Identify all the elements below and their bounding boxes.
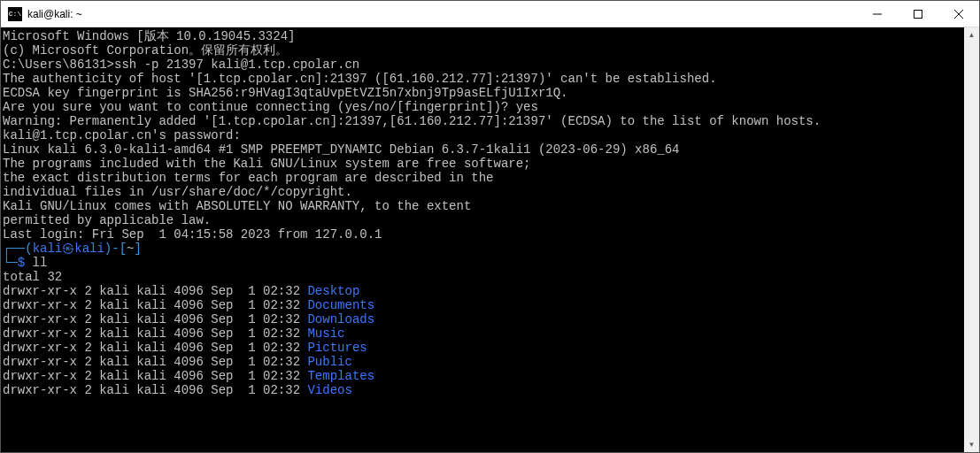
ls-row: drwxr-xr-x 2 kali kali 4096 Sep 1 02:32 …: [3, 383, 964, 397]
ls-total: total 32: [3, 270, 964, 284]
output-line: permitted by applicable law.: [3, 213, 964, 227]
window-controls: [857, 1, 979, 27]
vertical-scrollbar[interactable]: ▲ ▼: [964, 27, 979, 452]
maximize-button[interactable]: [898, 1, 938, 27]
output-line: the exact distribution terms for each pr…: [3, 171, 964, 185]
ls-row: drwxr-xr-x 2 kali kali 4096 Sep 1 02:32 …: [3, 312, 964, 326]
ls-row: drwxr-xr-x 2 kali kali 4096 Sep 1 02:32 …: [3, 341, 964, 355]
ls-row: drwxr-xr-x 2 kali kali 4096 Sep 1 02:32 …: [3, 298, 964, 312]
output-line: ECDSA key fingerprint is SHA256:r9HVagI3…: [3, 86, 964, 100]
output-line: C:\Users\86131>ssh -p 21397 kali@1.tcp.c…: [3, 58, 964, 72]
output-line: kali@1.tcp.cpolar.cn's password:: [3, 128, 964, 142]
svg-rect-1: [914, 10, 922, 18]
scroll-track[interactable]: [964, 42, 979, 437]
output-line: Warning: Permanently added '[1.tcp.cpola…: [3, 114, 964, 128]
titlebar[interactable]: C:\ kali@kali: ~: [1, 1, 979, 27]
output-line: The authenticity of host '[1.tcp.cpolar.…: [3, 72, 964, 86]
output-line: individual files in /usr/share/doc/*/cop…: [3, 185, 964, 199]
ls-row: drwxr-xr-x 2 kali kali 4096 Sep 1 02:32 …: [3, 369, 964, 383]
output-line: The programs included with the Kali GNU/…: [3, 157, 964, 171]
ls-row: drwxr-xr-x 2 kali kali 4096 Sep 1 02:32 …: [3, 355, 964, 369]
scroll-up-button[interactable]: ▲: [964, 27, 979, 42]
window-title: kali@kali: ~: [27, 8, 82, 20]
terminal-window: C:\ kali@kali: ~ Microsoft Windows [版本 1…: [0, 0, 980, 453]
output-line: Linux kali 6.3.0-kali1-amd64 #1 SMP PREE…: [3, 142, 964, 157]
output-line: Kali GNU/Linux comes with ABSOLUTELY NO …: [3, 199, 964, 213]
ls-row: drwxr-xr-x 2 kali kali 4096 Sep 1 02:32 …: [3, 284, 964, 298]
output-line: Are you sure you want to continue connec…: [3, 100, 964, 114]
titlebar-left: C:\ kali@kali: ~: [1, 7, 82, 21]
terminal-body: Microsoft Windows [版本 10.0.19045.3324](c…: [1, 27, 979, 452]
minimize-button[interactable]: [857, 1, 898, 27]
cmd-icon: C:\: [8, 7, 22, 21]
output-line: (c) Microsoft Corporation。保留所有权利。: [3, 43, 964, 58]
close-button[interactable]: [938, 1, 979, 27]
scroll-down-button[interactable]: ▼: [964, 437, 979, 452]
output-line: Last login: Fri Sep 1 04:15:58 2023 from…: [3, 227, 964, 242]
output-line: Microsoft Windows [版本 10.0.19045.3324]: [3, 29, 964, 43]
prompt-line-2: └─$ ll: [3, 256, 964, 270]
terminal-output[interactable]: Microsoft Windows [版本 10.0.19045.3324](c…: [1, 27, 964, 452]
prompt-line-1: ┌──(kali㉿kali)-[~]: [3, 242, 964, 256]
ls-row: drwxr-xr-x 2 kali kali 4096 Sep 1 02:32 …: [3, 326, 964, 341]
